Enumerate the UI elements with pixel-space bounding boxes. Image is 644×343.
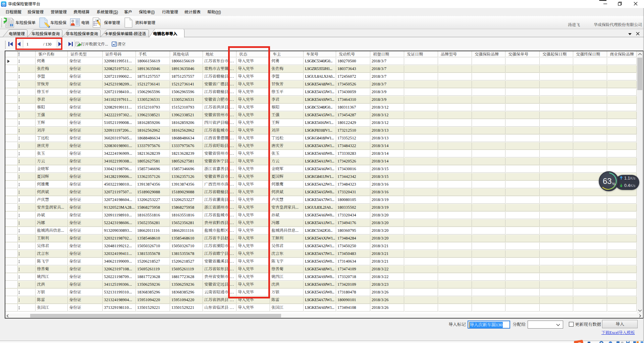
svg-text:%: % xyxy=(612,182,615,186)
svg-text:0.4: 0.4 xyxy=(624,183,630,188)
svg-text:1.1: 1.1 xyxy=(624,176,630,181)
svg-text:K/s: K/s xyxy=(630,176,635,180)
svg-text:K/s: K/s xyxy=(630,184,635,188)
svg-text:63: 63 xyxy=(603,177,612,186)
